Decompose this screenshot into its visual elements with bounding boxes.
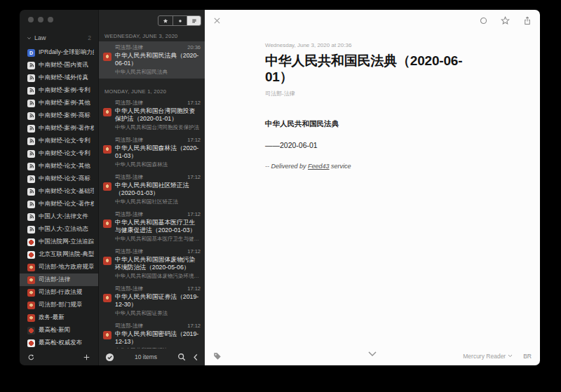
mark-all-read-button[interactable] — [105, 353, 114, 362]
feed-label: 中南财经-国内资讯 — [39, 61, 88, 69]
star-icon — [163, 18, 168, 24]
article-list: WEDNESDAY, JUNE 3, 2020 司法部-法律 20:36 中华人… — [99, 28, 205, 349]
filter-segmented-control — [158, 15, 201, 26]
emblem-feed-icon — [103, 145, 111, 154]
plus-icon — [83, 353, 90, 361]
sidebar-feed-item[interactable]: 北京互联网法院-典型案例 — [20, 248, 98, 261]
share-button[interactable] — [523, 16, 532, 25]
article-title: 中华人民共和国固体废物污染环境防治法（2020-05-06） — [115, 256, 201, 271]
collapse-list-button[interactable] — [193, 353, 198, 361]
bionic-reading-toggle[interactable]: BR — [523, 353, 532, 360]
article-list-item[interactable]: 司法部-法律 17:12 中华人民共和国基本医疗卫生与健康促进法（2020-01… — [99, 208, 205, 245]
refresh-button[interactable] — [27, 353, 35, 361]
sidebar-feed-item[interactable]: 中国人大-法律文件 — [20, 210, 98, 223]
reader-mode-selector[interactable]: Mercury Reader — [463, 353, 513, 360]
close-article-button[interactable] — [213, 17, 221, 25]
rss-feed-icon — [27, 213, 35, 221]
article-list-item[interactable]: 司法部-法律 17:12 中华人民共和国社区矫正法（2020-01-03） 中华… — [99, 171, 205, 208]
article-byline: -- Delivered by Feed43 service — [265, 163, 479, 170]
article-body-heading: 中华人民共和国民法典 — [265, 119, 479, 129]
sidebar-feed-item[interactable]: 司法部-法律 — [20, 273, 98, 286]
iprdaily-feed-icon: D — [27, 49, 35, 57]
feed-label: 中国法院网-立法追踪 — [39, 238, 94, 246]
date-section-header: MONDAY, JUNE 1, 2020 — [104, 88, 199, 95]
byline-prefix: -- Delivered by — [265, 163, 308, 170]
mark-unread-button[interactable] — [480, 17, 487, 25]
chevron-down-icon — [27, 36, 32, 41]
list-icon — [191, 18, 197, 24]
sidebar-feed-item[interactable]: 最高检-新闻 — [20, 324, 98, 337]
feed-label: 中南财经-案例-著作权 — [39, 124, 94, 133]
article-date-line: Wednesday, June 3, 2020 at 20:36 — [265, 42, 479, 48]
article-time: 17:12 — [187, 174, 201, 181]
article-summary: 中华人民共和国基本医疗卫生与健康促进法 — [115, 236, 201, 242]
dot-icon — [177, 18, 183, 24]
sidebar-feed-item[interactable]: 中南财经-论文-著作权 — [20, 198, 98, 210]
sidebar-feed-item[interactable]: 中南财经-案例-著作权 — [20, 122, 98, 135]
feed-label: 北京互联网法院-典型案例 — [39, 250, 94, 259]
sidebar-feed-item[interactable]: 中南财经-案例-专利 — [20, 84, 98, 97]
sidebar-feed-item[interactable]: 中南财经-论文-基础理论 — [20, 185, 98, 198]
article-title: 中华人民共和国森林法（2020-01-03） — [115, 144, 201, 160]
close-window-button[interactable] — [28, 17, 34, 22]
sidebar-feed-item[interactable]: 司法部-部门规章 — [20, 299, 98, 311]
scroll-down-button[interactable] — [367, 351, 377, 357]
sidebar-feed-item[interactable]: 中国法院网-立法追踪 — [20, 236, 98, 248]
article-list-item[interactable]: 司法部-法律 17:12 中华人民共和国森林法（2020-01-03） 中华人民… — [99, 134, 205, 171]
article-title: 中华人民共和国民法典（2020-06-01） — [115, 52, 201, 67]
article-list-item[interactable]: 司法部-法律 20:36 中华人民共和国民法典（2020-06-01） 中华人民… — [99, 41, 205, 79]
star-outline-icon — [501, 16, 510, 25]
sidebar-feed-item[interactable]: 司法部-地方政府规章 — [20, 261, 98, 273]
search-icon — [177, 353, 186, 361]
sidebar-feed-item[interactable]: 中南财经-案例-其他 — [20, 97, 98, 109]
star-article-button[interactable] — [501, 16, 510, 25]
sidebar-feed-item[interactable]: 中南财经-论文-其他 — [20, 160, 98, 173]
sidebar-feed-item[interactable]: 司法部-行政法规 — [20, 286, 98, 299]
filter-unread-button[interactable] — [173, 16, 187, 25]
sidebar-feed-item[interactable]: 最高检-权威发布 — [20, 337, 98, 349]
article-list-item[interactable]: 司法部-法律 17:12 中华人民共和国证券法（2019-12-30） 中华人民… — [99, 283, 205, 320]
article-time: 17:12 — [187, 137, 201, 144]
sidebar-feed-item[interactable]: 中南财经-论文-商标 — [20, 173, 98, 185]
article-list-item[interactable]: 司法部-法律 17:12 中华人民共和国固体废物污染环境防治法（2020-05-… — [99, 245, 205, 283]
sidebar-feed-item[interactable]: 中南财经-案例-商标 — [20, 109, 98, 122]
article-summary: 中华人民共和国森林法 — [115, 161, 201, 168]
sidebar-group-law[interactable]: Law 2 — [20, 34, 98, 41]
add-subscription-button[interactable] — [83, 353, 90, 361]
sidebar-feed-item[interactable]: D IPRdaily-全球影响力的... — [20, 46, 98, 59]
sidebar: Law 2 D IPRdaily-全球影响力的... 中南财经-国内资讯 中南财… — [20, 10, 98, 365]
tag-button[interactable] — [213, 352, 222, 360]
article-list-column: WEDNESDAY, JUNE 3, 2020 司法部-法律 20:36 中华人… — [98, 10, 205, 365]
emblem-feed-icon — [103, 108, 111, 116]
feed-label: 中南财经-案例-商标 — [39, 111, 90, 120]
article-feed-name: 司法部-法律 — [115, 285, 143, 292]
emblem-feed-icon — [27, 302, 35, 309]
sidebar-feed-item[interactable]: 中南财经-论文-专利 — [20, 135, 98, 147]
article-list-item[interactable]: 司法部-法律 17:12 中华人民共和国密码法（2019-12-13） 中华人民… — [99, 320, 205, 349]
sidebar-feed-item[interactable]: 政务-最新 — [20, 311, 98, 324]
sidebar-feed-item[interactable]: 中南财经-域外传真 — [20, 72, 98, 84]
chevron-left-icon — [193, 353, 198, 361]
chevron-down-icon — [367, 351, 377, 357]
minimize-window-button[interactable] — [38, 17, 43, 22]
emblem-feed-icon — [27, 276, 35, 284]
feed-label: 中南财经-论文-专利 — [39, 137, 90, 145]
share-icon — [523, 16, 532, 25]
sidebar-feed-item[interactable]: 中国人大-立法动态 — [20, 223, 98, 236]
filter-starred-button[interactable] — [158, 16, 173, 25]
article-time: 17:12 — [187, 248, 201, 255]
rss-feed-icon — [27, 150, 35, 158]
byline-suffix: service — [330, 163, 351, 170]
filter-all-button[interactable] — [187, 16, 201, 25]
article-list-item[interactable]: 司法部-法律 17:12 中华人民共和国台湾同胞投资保护法（2020-01-01… — [99, 97, 205, 134]
feed43-link[interactable]: Feed43 — [308, 163, 330, 170]
feed-label: 中南财经-论文-其他 — [39, 162, 90, 170]
emblem-feed-icon — [103, 331, 111, 339]
unread-circle-icon — [480, 17, 487, 25]
article-feed-name: 司法部-法律 — [115, 248, 143, 255]
sidebar-feed-item[interactable]: 中南财经-论文-专利 — [20, 147, 98, 160]
zoom-window-button[interactable] — [48, 17, 53, 22]
sidebar-feed-item[interactable]: 中南财经-国内资讯 — [20, 59, 98, 72]
article-feed-name: 司法部-法律 — [115, 137, 143, 144]
search-button[interactable] — [177, 353, 186, 361]
